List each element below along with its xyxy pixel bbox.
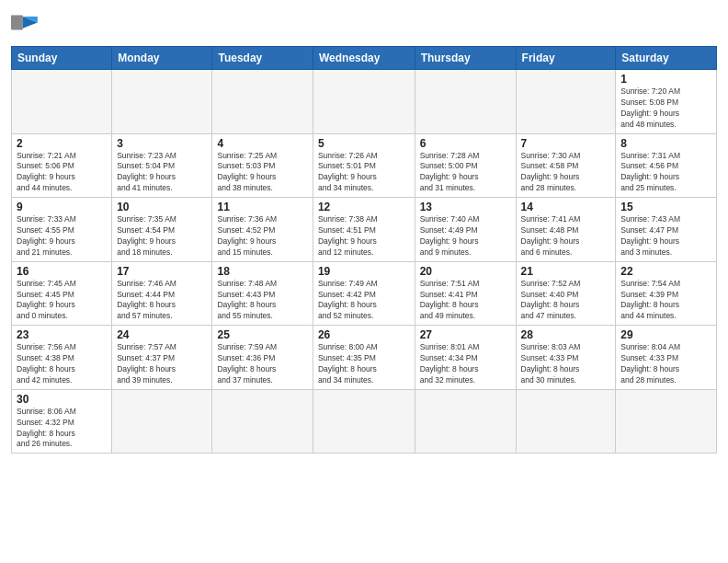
day-number: 10 bbox=[117, 201, 207, 213]
day-info: Sunrise: 7:45 AM Sunset: 4:45 PM Dayligh… bbox=[17, 279, 107, 323]
day-cell: 22Sunrise: 7:54 AM Sunset: 4:39 PM Dayli… bbox=[616, 261, 717, 326]
day-number: 30 bbox=[17, 393, 107, 406]
weekday-monday: Monday bbox=[112, 47, 212, 70]
day-info: Sunrise: 7:25 AM Sunset: 5:03 PM Dayligh… bbox=[217, 151, 307, 195]
day-cell bbox=[516, 70, 616, 134]
day-info: Sunrise: 8:00 AM Sunset: 4:35 PM Dayligh… bbox=[318, 342, 410, 386]
day-number: 27 bbox=[420, 328, 511, 341]
day-info: Sunrise: 7:40 AM Sunset: 4:49 PM Dayligh… bbox=[420, 214, 511, 259]
day-cell bbox=[212, 70, 313, 134]
day-info: Sunrise: 7:54 AM Sunset: 4:39 PM Dayligh… bbox=[620, 279, 711, 323]
day-cell: 14Sunrise: 7:41 AM Sunset: 4:48 PM Dayli… bbox=[516, 198, 616, 262]
day-number: 4 bbox=[217, 137, 307, 150]
day-info: Sunrise: 7:26 AM Sunset: 5:01 PM Dayligh… bbox=[318, 151, 410, 195]
day-info: Sunrise: 7:23 AM Sunset: 5:04 PM Dayligh… bbox=[117, 151, 207, 195]
day-cell: 3Sunrise: 7:23 AM Sunset: 5:04 PM Daylig… bbox=[112, 133, 212, 198]
week-row-0: 1Sunrise: 7:20 AM Sunset: 5:08 PM Daylig… bbox=[12, 70, 717, 134]
day-cell: 21Sunrise: 7:52 AM Sunset: 4:40 PM Dayli… bbox=[516, 261, 616, 326]
weekday-thursday: Thursday bbox=[415, 47, 516, 70]
weekday-saturday: Saturday bbox=[616, 47, 717, 70]
day-cell bbox=[112, 389, 212, 454]
day-cell: 30Sunrise: 8:06 AM Sunset: 4:32 PM Dayli… bbox=[12, 389, 112, 454]
day-cell: 9Sunrise: 7:33 AM Sunset: 4:55 PM Daylig… bbox=[12, 198, 112, 262]
day-number: 22 bbox=[620, 265, 711, 278]
day-info: Sunrise: 8:04 AM Sunset: 4:33 PM Dayligh… bbox=[620, 342, 711, 386]
day-info: Sunrise: 8:01 AM Sunset: 4:34 PM Dayligh… bbox=[420, 342, 511, 386]
day-cell: 13Sunrise: 7:40 AM Sunset: 4:49 PM Dayli… bbox=[415, 198, 516, 262]
day-info: Sunrise: 7:21 AM Sunset: 5:06 PM Dayligh… bbox=[17, 151, 107, 195]
day-cell bbox=[12, 70, 112, 134]
day-cell: 12Sunrise: 7:38 AM Sunset: 4:51 PM Dayli… bbox=[313, 198, 415, 262]
day-number: 19 bbox=[318, 265, 410, 278]
weekday-tuesday: Tuesday bbox=[212, 47, 313, 70]
day-info: Sunrise: 7:20 AM Sunset: 5:08 PM Dayligh… bbox=[620, 86, 711, 131]
day-number: 13 bbox=[420, 201, 511, 213]
week-row-3: 16Sunrise: 7:45 AM Sunset: 4:45 PM Dayli… bbox=[12, 261, 717, 326]
day-number: 2 bbox=[17, 137, 107, 150]
day-info: Sunrise: 7:41 AM Sunset: 4:48 PM Dayligh… bbox=[521, 214, 611, 259]
day-number: 18 bbox=[217, 265, 307, 278]
day-info: Sunrise: 7:35 AM Sunset: 4:54 PM Dayligh… bbox=[117, 214, 207, 259]
day-cell: 7Sunrise: 7:30 AM Sunset: 4:58 PM Daylig… bbox=[516, 133, 616, 198]
day-number: 28 bbox=[521, 328, 611, 341]
day-cell: 19Sunrise: 7:49 AM Sunset: 4:42 PM Dayli… bbox=[313, 261, 415, 326]
calendar-table: SundayMondayTuesdayWednesdayThursdayFrid… bbox=[11, 46, 717, 454]
day-number: 12 bbox=[318, 201, 410, 213]
day-number: 9 bbox=[17, 201, 107, 213]
day-info: Sunrise: 8:06 AM Sunset: 4:32 PM Dayligh… bbox=[17, 407, 107, 451]
weekday-friday: Friday bbox=[516, 47, 616, 70]
day-info: Sunrise: 7:31 AM Sunset: 4:56 PM Dayligh… bbox=[620, 151, 711, 195]
day-cell: 15Sunrise: 7:43 AM Sunset: 4:47 PM Dayli… bbox=[616, 198, 717, 262]
day-info: Sunrise: 7:46 AM Sunset: 4:44 PM Dayligh… bbox=[117, 279, 207, 323]
day-info: Sunrise: 7:48 AM Sunset: 4:43 PM Dayligh… bbox=[217, 279, 307, 323]
day-cell: 18Sunrise: 7:48 AM Sunset: 4:43 PM Dayli… bbox=[212, 261, 313, 326]
day-cell: 1Sunrise: 7:20 AM Sunset: 5:08 PM Daylig… bbox=[616, 70, 717, 134]
day-info: Sunrise: 7:38 AM Sunset: 4:51 PM Dayligh… bbox=[318, 214, 410, 259]
day-number: 25 bbox=[217, 328, 307, 341]
day-number: 3 bbox=[117, 137, 207, 150]
day-cell: 6Sunrise: 7:28 AM Sunset: 5:00 PM Daylig… bbox=[415, 133, 516, 198]
day-cell bbox=[212, 389, 313, 454]
day-number: 29 bbox=[620, 328, 711, 341]
day-cell: 11Sunrise: 7:36 AM Sunset: 4:52 PM Dayli… bbox=[212, 198, 313, 262]
day-number: 24 bbox=[117, 328, 207, 341]
day-number: 17 bbox=[117, 265, 207, 278]
day-cell: 29Sunrise: 8:04 AM Sunset: 4:33 PM Dayli… bbox=[616, 326, 717, 390]
day-cell: 10Sunrise: 7:35 AM Sunset: 4:54 PM Dayli… bbox=[112, 198, 212, 262]
day-cell: 4Sunrise: 7:25 AM Sunset: 5:03 PM Daylig… bbox=[212, 133, 313, 198]
day-number: 20 bbox=[420, 265, 511, 278]
logo bbox=[11, 9, 44, 39]
weekday-wednesday: Wednesday bbox=[313, 47, 415, 70]
day-cell bbox=[516, 389, 616, 454]
day-info: Sunrise: 8:03 AM Sunset: 4:33 PM Dayligh… bbox=[521, 342, 611, 386]
day-info: Sunrise: 7:51 AM Sunset: 4:41 PM Dayligh… bbox=[420, 279, 511, 323]
week-row-5: 30Sunrise: 8:06 AM Sunset: 4:32 PM Dayli… bbox=[12, 389, 717, 454]
day-number: 15 bbox=[620, 201, 711, 213]
day-info: Sunrise: 7:57 AM Sunset: 4:37 PM Dayligh… bbox=[117, 342, 207, 386]
day-info: Sunrise: 7:30 AM Sunset: 4:58 PM Dayligh… bbox=[521, 151, 611, 195]
day-cell: 17Sunrise: 7:46 AM Sunset: 4:44 PM Dayli… bbox=[112, 261, 212, 326]
day-number: 7 bbox=[521, 137, 611, 150]
week-row-1: 2Sunrise: 7:21 AM Sunset: 5:06 PM Daylig… bbox=[12, 133, 717, 198]
day-number: 8 bbox=[620, 137, 711, 150]
day-cell: 26Sunrise: 8:00 AM Sunset: 4:35 PM Dayli… bbox=[313, 326, 415, 390]
page: SundayMondayTuesdayWednesdayThursdayFrid… bbox=[0, 0, 728, 563]
day-cell: 20Sunrise: 7:51 AM Sunset: 4:41 PM Dayli… bbox=[415, 261, 516, 326]
day-cell: 24Sunrise: 7:57 AM Sunset: 4:37 PM Dayli… bbox=[112, 326, 212, 390]
day-cell bbox=[313, 70, 415, 134]
day-number: 11 bbox=[217, 201, 307, 213]
day-cell: 2Sunrise: 7:21 AM Sunset: 5:06 PM Daylig… bbox=[12, 133, 112, 198]
logo-icon bbox=[11, 9, 40, 39]
day-info: Sunrise: 7:43 AM Sunset: 4:47 PM Dayligh… bbox=[620, 214, 711, 259]
day-number: 1 bbox=[620, 73, 711, 86]
day-number: 23 bbox=[17, 328, 107, 341]
day-cell: 23Sunrise: 7:56 AM Sunset: 4:38 PM Dayli… bbox=[12, 326, 112, 390]
day-number: 16 bbox=[17, 265, 107, 278]
day-cell: 5Sunrise: 7:26 AM Sunset: 5:01 PM Daylig… bbox=[313, 133, 415, 198]
day-cell bbox=[616, 389, 717, 454]
day-info: Sunrise: 7:28 AM Sunset: 5:00 PM Dayligh… bbox=[420, 151, 511, 195]
weekday-header-row: SundayMondayTuesdayWednesdayThursdayFrid… bbox=[12, 47, 717, 70]
day-cell: 25Sunrise: 7:59 AM Sunset: 4:36 PM Dayli… bbox=[212, 326, 313, 390]
week-row-4: 23Sunrise: 7:56 AM Sunset: 4:38 PM Dayli… bbox=[12, 326, 717, 390]
day-number: 21 bbox=[521, 265, 611, 278]
